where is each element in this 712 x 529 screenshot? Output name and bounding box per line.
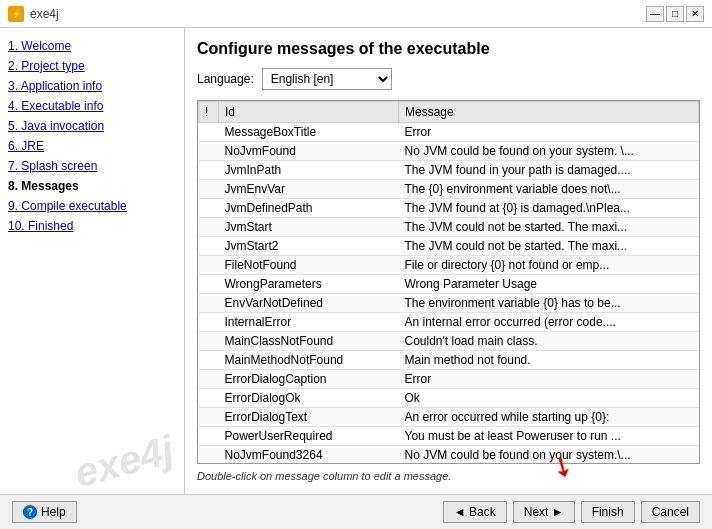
table-row[interactable]: MessageBoxTitle Error bbox=[199, 123, 699, 142]
table-row[interactable]: ErrorDialogOk Ok bbox=[199, 389, 699, 408]
row-indicator bbox=[199, 142, 219, 161]
table-row[interactable]: InternalError An internal error occurred… bbox=[199, 313, 699, 332]
maximize-button[interactable]: □ bbox=[666, 6, 684, 22]
row-indicator bbox=[199, 313, 219, 332]
row-message: Main method not found. bbox=[399, 351, 699, 370]
table-row[interactable]: JvmStart2 The JVM could not be started. … bbox=[199, 237, 699, 256]
content-area: Configure messages of the executable Lan… bbox=[185, 28, 712, 494]
row-message: Couldn't load main class. bbox=[399, 332, 699, 351]
row-indicator bbox=[199, 237, 219, 256]
cancel-button[interactable]: Cancel bbox=[641, 501, 700, 523]
app-icon: ⚡ bbox=[8, 6, 24, 22]
table-row[interactable]: JvmStart The JVM could not be started. T… bbox=[199, 218, 699, 237]
table-row[interactable]: WrongParameters Wrong Parameter Usage bbox=[199, 275, 699, 294]
row-message: The JVM could not be started. The maxi..… bbox=[399, 218, 699, 237]
table-row[interactable]: EnvVarNotDefined The environment variabl… bbox=[199, 294, 699, 313]
row-indicator bbox=[199, 294, 219, 313]
row-message: No JVM could be found on your system.\..… bbox=[399, 446, 699, 465]
row-message: The JVM found in your path is damaged...… bbox=[399, 161, 699, 180]
row-message: The JVM could not be started. The maxi..… bbox=[399, 237, 699, 256]
table-row[interactable]: ErrorDialogText An error occurred while … bbox=[199, 408, 699, 427]
row-id: MainClassNotFound bbox=[219, 332, 399, 351]
table-header-row: ! Id Message bbox=[199, 102, 699, 123]
row-indicator bbox=[199, 256, 219, 275]
table-row[interactable]: JvmEnvVar The {0} environment variable d… bbox=[199, 180, 699, 199]
row-indicator bbox=[199, 351, 219, 370]
row-message: Error bbox=[399, 123, 699, 142]
table-row[interactable]: JvmDefinedPath The JVM found at {0} is d… bbox=[199, 199, 699, 218]
table-row[interactable]: MainMethodNotFound Main method not found… bbox=[199, 351, 699, 370]
table-row[interactable]: NoJvmFound3264 No JVM could be found on … bbox=[199, 446, 699, 465]
row-id: JvmEnvVar bbox=[219, 180, 399, 199]
row-indicator bbox=[199, 218, 219, 237]
row-message: Error bbox=[399, 370, 699, 389]
sidebar-item-8: 8. Messages bbox=[0, 176, 184, 196]
table-row[interactable]: FileNotFound File or directory {0} not f… bbox=[199, 256, 699, 275]
row-indicator bbox=[199, 275, 219, 294]
sidebar-item-4[interactable]: 4. Executable info bbox=[0, 96, 184, 116]
row-id: NoJvmFound bbox=[219, 142, 399, 161]
row-message: The environment variable {0} has to be..… bbox=[399, 294, 699, 313]
col-header-id: Id bbox=[219, 102, 399, 123]
row-id: InternalError bbox=[219, 313, 399, 332]
messages-table: ! Id Message MessageBoxTitle Error NoJvm… bbox=[198, 101, 699, 464]
sidebar-watermark: exe4j bbox=[70, 427, 178, 494]
language-select[interactable]: English [en] bbox=[262, 68, 392, 90]
main-container: 1. Welcome2. Project type3. Application … bbox=[0, 28, 712, 494]
language-label: Language: bbox=[197, 72, 254, 86]
sidebar-item-5[interactable]: 5. Java invocation bbox=[0, 116, 184, 136]
sidebar: 1. Welcome2. Project type3. Application … bbox=[0, 28, 185, 494]
row-id: MessageBoxTitle bbox=[219, 123, 399, 142]
back-button[interactable]: ◄ Back bbox=[443, 501, 507, 523]
row-indicator bbox=[199, 389, 219, 408]
row-id: JvmStart bbox=[219, 218, 399, 237]
sidebar-item-1[interactable]: 1. Welcome bbox=[0, 36, 184, 56]
footer: ? Help ◄ Back Next ► Finish Cancel bbox=[0, 494, 712, 529]
sidebar-item-6[interactable]: 6. JRE bbox=[0, 136, 184, 156]
row-indicator bbox=[199, 199, 219, 218]
row-indicator bbox=[199, 446, 219, 465]
row-message: Ok bbox=[399, 389, 699, 408]
table-row[interactable]: MainClassNotFound Couldn't load main cla… bbox=[199, 332, 699, 351]
finish-button[interactable]: Finish bbox=[581, 501, 635, 523]
bottom-note: Double-click on message column to edit a… bbox=[197, 470, 700, 482]
row-indicator bbox=[199, 161, 219, 180]
table-row[interactable]: JvmInPath The JVM found in your path is … bbox=[199, 161, 699, 180]
row-id: NoJvmFound3264 bbox=[219, 446, 399, 465]
row-id: PowerUserRequired bbox=[219, 427, 399, 446]
row-message: File or directory {0} not found or emp..… bbox=[399, 256, 699, 275]
table-row[interactable]: PowerUserRequired You must be at least P… bbox=[199, 427, 699, 446]
sidebar-item-7[interactable]: 7. Splash screen bbox=[0, 156, 184, 176]
row-message: The JVM found at {0} is damaged.\nPlea..… bbox=[399, 199, 699, 218]
col-header-indicator: ! bbox=[199, 102, 219, 123]
sidebar-item-3[interactable]: 3. Application info bbox=[0, 76, 184, 96]
table-row[interactable]: ErrorDialogCaption Error bbox=[199, 370, 699, 389]
row-id: EnvVarNotDefined bbox=[219, 294, 399, 313]
window-title: exe4j bbox=[30, 7, 59, 21]
footer-left: ? Help bbox=[12, 501, 77, 523]
row-id: ErrorDialogCaption bbox=[219, 370, 399, 389]
row-indicator bbox=[199, 123, 219, 142]
footer-right: ◄ Back Next ► Finish Cancel bbox=[443, 501, 700, 523]
sidebar-item-9[interactable]: 9. Compile executable bbox=[0, 196, 184, 216]
row-indicator bbox=[199, 370, 219, 389]
minimize-button[interactable]: — bbox=[646, 6, 664, 22]
row-message: An error occurred while starting up {0}: bbox=[399, 408, 699, 427]
row-id: MainMethodNotFound bbox=[219, 351, 399, 370]
row-indicator bbox=[199, 427, 219, 446]
table-row[interactable]: NoJvmFound No JVM could be found on your… bbox=[199, 142, 699, 161]
row-indicator bbox=[199, 332, 219, 351]
sidebar-item-10[interactable]: 10. Finished bbox=[0, 216, 184, 236]
row-message: Wrong Parameter Usage bbox=[399, 275, 699, 294]
row-id: FileNotFound bbox=[219, 256, 399, 275]
next-button[interactable]: Next ► bbox=[513, 501, 575, 523]
window-controls: — □ ✕ bbox=[646, 6, 704, 22]
row-id: JvmStart2 bbox=[219, 237, 399, 256]
messages-table-container: ! Id Message MessageBoxTitle Error NoJvm… bbox=[197, 100, 700, 464]
help-button[interactable]: ? Help bbox=[12, 501, 77, 523]
row-id: WrongParameters bbox=[219, 275, 399, 294]
help-icon: ? bbox=[23, 505, 37, 519]
close-button[interactable]: ✕ bbox=[686, 6, 704, 22]
row-id: ErrorDialogOk bbox=[219, 389, 399, 408]
sidebar-item-2[interactable]: 2. Project type bbox=[0, 56, 184, 76]
